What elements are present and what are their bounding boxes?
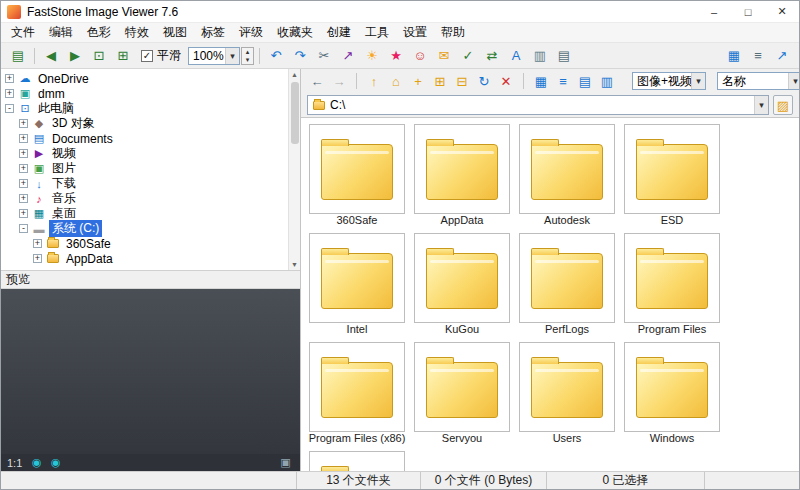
menu-item[interactable]: 视图 (156, 24, 194, 41)
crop-icon[interactable]: ✂ (313, 46, 335, 66)
expand-icon[interactable]: + (19, 149, 28, 158)
tree-item[interactable]: +☁OneDrive (1, 71, 300, 86)
maximize-button[interactable]: □ (731, 1, 765, 22)
home-folder-icon[interactable]: ⌂ (386, 71, 406, 91)
effects-icon[interactable]: ★ (385, 46, 407, 66)
folder-tile[interactable]: 360Safe (309, 124, 405, 228)
actual-size-icon[interactable]: ⊞ (112, 46, 134, 66)
expand-icon[interactable]: + (33, 254, 42, 263)
menu-item[interactable]: 帮助 (434, 24, 472, 41)
scroll-down-icon[interactable]: ▼ (291, 259, 298, 270)
copy-to-icon[interactable]: ⊞ (430, 71, 450, 91)
menu-item[interactable]: 色彩 (80, 24, 118, 41)
annotate-icon[interactable]: A (505, 46, 527, 66)
tree-item[interactable]: +▦桌面 (1, 206, 300, 221)
filter-select[interactable]: 图像+视频 ▾ (632, 72, 706, 90)
folder-tile[interactable]: Users (519, 342, 615, 446)
view-tiles-icon[interactable]: ▥ (597, 71, 617, 91)
sort-select[interactable]: 名称 ▾ (717, 72, 800, 90)
browse-images-icon[interactable]: ▤ (7, 46, 29, 66)
settings-icon[interactable]: ≡ (747, 46, 769, 66)
folder-tile[interactable] (309, 451, 405, 471)
expand-icon[interactable]: + (19, 179, 28, 188)
red-eye-icon[interactable]: ☺ (409, 46, 431, 66)
compare-icon[interactable]: ⇄ (481, 46, 503, 66)
smooth-toggle[interactable]: ✓ 平滑 (141, 47, 181, 64)
view-thumbnails-icon[interactable]: ▦ (531, 71, 551, 91)
folder-tile[interactable]: Servyou (414, 342, 510, 446)
fullscreen-icon[interactable]: ↗ (771, 46, 793, 66)
refresh-icon[interactable]: ↻ (474, 71, 494, 91)
zoom-down-icon[interactable]: ▾ (242, 56, 253, 64)
zoom-up-icon[interactable]: ▴ (242, 48, 253, 56)
colors-icon[interactable]: ☀ (361, 46, 383, 66)
forward-icon[interactable]: → (329, 71, 349, 91)
menu-item[interactable]: 特效 (118, 24, 156, 41)
expand-icon[interactable]: + (5, 89, 14, 98)
smooth-checkbox[interactable]: ✓ (141, 50, 153, 62)
collapse-icon[interactable]: - (5, 104, 14, 113)
address-dropdown-arrow[interactable]: ▾ (754, 96, 768, 114)
resize-icon[interactable]: ↗ (337, 46, 359, 66)
folder-tile[interactable]: AppData (414, 124, 510, 228)
expand-icon[interactable]: + (19, 119, 28, 128)
tree-item[interactable]: +▤Documents (1, 131, 300, 146)
next-image-icon[interactable]: ▶ (64, 46, 86, 66)
folder-tile[interactable]: KuGou (414, 233, 510, 337)
scan-icon[interactable]: ▥ (529, 46, 551, 66)
tree-item[interactable]: -⊡此电脑 (1, 101, 300, 116)
tag-icon[interactable]: ✓ (457, 46, 479, 66)
folder-tile[interactable]: PerfLogs (519, 233, 615, 337)
menu-item[interactable]: 评级 (232, 24, 270, 41)
tree-item[interactable]: +▣图片 (1, 161, 300, 176)
favorites-button[interactable]: ▨ (773, 95, 793, 115)
address-input[interactable]: C:\ ▾ (307, 95, 769, 115)
tree-item[interactable]: +↓下载 (1, 176, 300, 191)
filter-dropdown-arrow[interactable]: ▾ (691, 73, 705, 89)
close-button[interactable]: ✕ (765, 1, 799, 22)
new-folder-icon[interactable]: + (408, 71, 428, 91)
view-list-icon[interactable]: ≡ (553, 71, 573, 91)
move-to-icon[interactable]: ⊟ (452, 71, 472, 91)
folder-tile[interactable]: Intel (309, 233, 405, 337)
scroll-up-icon[interactable]: ▲ (291, 69, 298, 80)
zoom-dropdown-arrow[interactable]: ▾ (225, 48, 239, 64)
menu-item[interactable]: 标签 (194, 24, 232, 41)
up-level-icon[interactable]: ↑ (364, 71, 384, 91)
folder-tile[interactable]: ESD (624, 124, 720, 228)
zoom-select[interactable]: 100% ▾ (188, 47, 240, 65)
expand-icon[interactable]: + (19, 164, 28, 173)
sort-dropdown-arrow[interactable]: ▾ (788, 73, 800, 89)
print-icon[interactable]: ▤ (553, 46, 575, 66)
scroll-thumb[interactable] (291, 82, 299, 144)
delete-icon[interactable]: ✕ (496, 71, 516, 91)
tree-item[interactable]: +360Safe (1, 236, 300, 251)
thumbnail-view-icon[interactable]: ▦ (723, 46, 745, 66)
preview-detach-icon[interactable]: ▣ (277, 455, 294, 470)
tree-item[interactable]: +▣dmm (1, 86, 300, 101)
menu-item[interactable]: 编辑 (42, 24, 80, 41)
rotate-left-icon[interactable]: ↶ (265, 46, 287, 66)
preview-actual-icon[interactable]: ◉ (47, 455, 64, 470)
preview-fit-icon[interactable]: ◉ (28, 455, 45, 470)
tree-item[interactable]: -▬系统 (C:) (1, 221, 300, 236)
collapse-icon[interactable]: - (19, 224, 28, 233)
tree-item[interactable]: +♪音乐 (1, 191, 300, 206)
folder-tile[interactable]: Autodesk (519, 124, 615, 228)
folder-tile[interactable]: Program Files (x86) (309, 342, 405, 446)
tree-item[interactable]: +▶视频 (1, 146, 300, 161)
zoom-spinner[interactable]: ▴▾ (241, 47, 254, 65)
minimize-button[interactable]: – (697, 1, 731, 22)
folder-tile[interactable]: Windows (624, 342, 720, 446)
view-details-icon[interactable]: ▤ (575, 71, 595, 91)
rotate-right-icon[interactable]: ↷ (289, 46, 311, 66)
tree-item[interactable]: +AppData (1, 251, 300, 266)
menu-item[interactable]: 工具 (358, 24, 396, 41)
prev-image-icon[interactable]: ◀ (40, 46, 62, 66)
expand-icon[interactable]: + (19, 209, 28, 218)
back-icon[interactable]: ← (307, 71, 327, 91)
expand-icon[interactable]: + (33, 239, 42, 248)
menu-item[interactable]: 收藏夹 (270, 24, 320, 41)
tree-scrollbar[interactable]: ▲ ▼ (288, 69, 300, 270)
menu-item[interactable]: 创建 (320, 24, 358, 41)
